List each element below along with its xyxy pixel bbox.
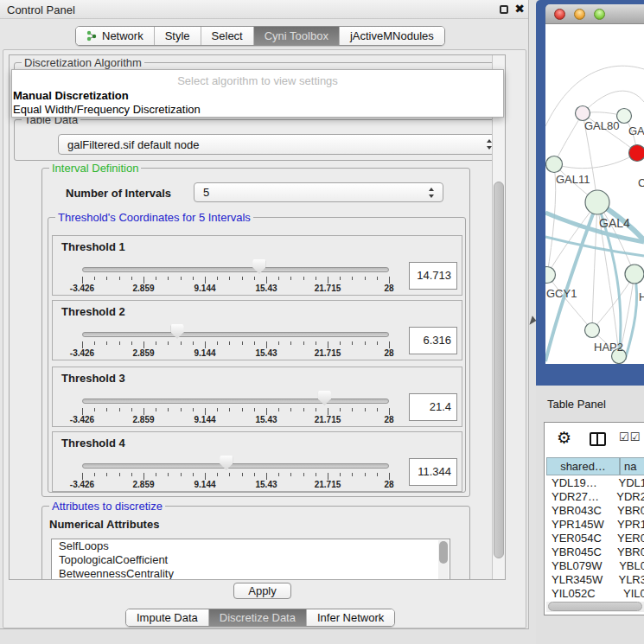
table-cell[interactable]: YPR145W bbox=[546, 518, 614, 532]
table-cell[interactable]: YDL1 bbox=[615, 476, 644, 490]
table-data-combobox[interactable]: galFiltered.sif default node bbox=[58, 134, 501, 155]
threshold-2-slider-track[interactable] bbox=[82, 332, 389, 337]
table-cell[interactable]: YBR0 bbox=[614, 504, 644, 518]
tab-jactivemnodules[interactable]: jActiveMNodules bbox=[340, 27, 444, 45]
attribute-item-0[interactable]: SelfLoops bbox=[52, 539, 450, 553]
node-h[interactable] bbox=[625, 265, 644, 284]
algorithm-dropdown-popup: Select algorithm to view settings Manual… bbox=[11, 69, 504, 118]
threshold-3-label: Threshold 3 bbox=[61, 372, 125, 385]
table-row[interactable]: YBL079WYBL0 bbox=[546, 559, 644, 573]
threshold-1-panel: Threshold 1 -3.4262.8599.14415.4321.7152… bbox=[52, 235, 462, 296]
numerical-attributes-list[interactable]: SelfLoopsTopologicalCoefficientBetweenne… bbox=[51, 539, 450, 580]
threshold-1-scale-labels: -3.4262.8599.14415.4321.71528 bbox=[82, 284, 389, 294]
close-traffic-light[interactable] bbox=[554, 9, 565, 20]
menu-item-equal-width-frequency[interactable]: Equal Width/Frequency Discretization bbox=[13, 103, 201, 116]
tab-cyni-toolbox[interactable]: Cyni Toolbox bbox=[254, 27, 340, 45]
table-cell[interactable]: YIL052C bbox=[546, 587, 620, 600]
threshold-3-panel: Threshold 3 -3.4262.8599.14415.4321.7152… bbox=[52, 367, 462, 427]
table-cell[interactable]: YDR27… bbox=[546, 490, 613, 504]
float-window-icon[interactable] bbox=[500, 5, 508, 14]
node-gcy1[interactable] bbox=[545, 267, 556, 284]
table-cell[interactable]: YLR345W bbox=[546, 573, 615, 587]
table-row[interactable]: YLR345WYLR3 bbox=[546, 573, 644, 587]
table-horizontal-scrollbar[interactable] bbox=[546, 602, 644, 612]
choose-columns-icon[interactable] bbox=[590, 432, 606, 446]
table-cell[interactable]: YBR043C bbox=[546, 504, 614, 518]
number-of-intervals-combobox[interactable]: 5 bbox=[194, 182, 443, 202]
table-cell[interactable]: YBL0 bbox=[615, 559, 644, 573]
zoom-traffic-light[interactable] bbox=[594, 9, 605, 20]
threshold-3-value-field[interactable]: 21.4 bbox=[409, 393, 457, 421]
combo-arrows-icon bbox=[429, 188, 435, 198]
table-cell[interactable]: YER0 bbox=[614, 532, 644, 545]
tab-discretize-data[interactable]: Discretize Data bbox=[209, 609, 307, 626]
table-row[interactable]: YDL19…YDL1 bbox=[546, 476, 644, 490]
table-cell[interactable]: YBR0 bbox=[614, 545, 644, 559]
checkbox-icons[interactable]: ☑☑ bbox=[619, 430, 641, 443]
node-gal80[interactable] bbox=[576, 106, 590, 121]
bottom-tab-bar: Impute Data Discretize Data Infer Networ… bbox=[125, 609, 395, 627]
node-label-gal11: GAL11 bbox=[556, 173, 590, 186]
tab-style[interactable]: Style bbox=[155, 27, 201, 45]
numerical-attributes-label: Numerical Attributes bbox=[49, 518, 159, 531]
node-hap2[interactable] bbox=[585, 323, 600, 338]
threshold-4-scale-labels: -3.4262.8599.14415.4321.71528 bbox=[82, 480, 389, 490]
cyni-toolbox-panel: Discretization Algorithm Table Data galF… bbox=[3, 49, 526, 628]
discretization-algorithm-group-title: Discretization Algorithm bbox=[22, 56, 144, 69]
node-gal4[interactable] bbox=[585, 190, 609, 214]
threshold-3-scale-labels: -3.4262.8599.14415.4321.71528 bbox=[82, 415, 389, 425]
tab-impute-data[interactable]: Impute Data bbox=[126, 609, 209, 626]
table-cell[interactable]: YPR1 bbox=[614, 518, 644, 532]
table-panel-window: ⚙ ☑☑ shared… na YDL19…YDL1YDR27…YDR2YBR0… bbox=[544, 422, 644, 615]
control-panel-window: Control Panel ✖ Network Style Select Cyn… bbox=[0, 0, 529, 629]
control-panel-title: Control Panel bbox=[7, 3, 75, 16]
close-icon[interactable]: ✖ bbox=[514, 2, 525, 16]
threshold-2-scale-labels: -3.4262.8599.14415.4321.71528 bbox=[82, 348, 389, 359]
table-row[interactable]: YIL052CYIL0 bbox=[546, 587, 644, 600]
network-view-window: GAL80GACGAL11GAL4GCY1HHAP2 bbox=[536, 0, 644, 386]
network-canvas[interactable]: GAL80GACGAL11GAL4GCY1HHAP2 bbox=[545, 24, 644, 364]
gear-icon[interactable]: ⚙ bbox=[557, 430, 571, 447]
node-red[interactable] bbox=[629, 145, 644, 162]
table-cell[interactable]: YDL19… bbox=[546, 476, 615, 490]
table-row[interactable]: YBR045CYBR0 bbox=[546, 545, 644, 559]
table-row[interactable]: YER054CYER0 bbox=[546, 532, 644, 545]
table-cell[interactable]: YIL0 bbox=[620, 587, 644, 600]
threshold-1-slider-track[interactable] bbox=[82, 267, 389, 272]
threshold-4-value-field[interactable]: 11.344 bbox=[409, 458, 457, 486]
number-of-intervals-value: 5 bbox=[203, 186, 209, 199]
table-cell[interactable]: YER054C bbox=[546, 532, 614, 545]
node-gal11[interactable] bbox=[546, 156, 563, 173]
attributes-list-scrollbar[interactable] bbox=[438, 540, 449, 580]
attribute-item-1[interactable]: TopologicalCoefficient bbox=[52, 553, 450, 567]
table-cell[interactable]: YLR3 bbox=[615, 573, 644, 587]
threshold-3-slider-track[interactable] bbox=[82, 399, 389, 404]
column-header-shared-name[interactable]: shared… bbox=[546, 457, 620, 475]
number-of-intervals-label: Number of Intervals bbox=[66, 187, 171, 200]
table-row[interactable]: YBR043CYBR0 bbox=[546, 504, 644, 518]
tab-infer-network[interactable]: Infer Network bbox=[307, 609, 394, 626]
threshold-1-value-field[interactable]: 14.713 bbox=[409, 262, 457, 290]
node-label-hap2: HAP2 bbox=[594, 341, 623, 354]
panel-scrollbar-thumb[interactable] bbox=[494, 182, 504, 558]
table-cell[interactable]: YBL079W bbox=[546, 559, 615, 573]
tab-network[interactable]: Network bbox=[76, 27, 155, 45]
table-cell[interactable]: YDR2 bbox=[613, 490, 644, 504]
threshold-4-panel: Threshold 4 -3.4262.8599.14415.4321.7152… bbox=[52, 431, 462, 492]
table-row[interactable]: YPR145WYPR1 bbox=[546, 518, 644, 532]
threshold-2-value-field[interactable]: 6.316 bbox=[409, 327, 457, 354]
table-cell[interactable]: YBR045C bbox=[546, 545, 614, 559]
column-header-name[interactable]: na bbox=[620, 457, 644, 475]
network-icon bbox=[86, 30, 98, 41]
threshold-4-slider-track[interactable] bbox=[82, 463, 389, 469]
attribute-item-2[interactable]: BetweennessCentrality bbox=[52, 567, 450, 580]
table-scrollbar-thumb[interactable] bbox=[548, 602, 642, 611]
table-row[interactable]: YDR27…YDR2 bbox=[546, 490, 644, 504]
apply-button[interactable]: Apply bbox=[233, 583, 291, 599]
panel-vertical-scrollbar[interactable] bbox=[492, 55, 505, 579]
interval-definition-group: Interval Definition Number of Intervals … bbox=[41, 168, 470, 497]
discretize-scrollpane: Discretization Algorithm Table Data galF… bbox=[9, 54, 506, 580]
tab-select[interactable]: Select bbox=[201, 27, 254, 45]
minimize-traffic-light[interactable] bbox=[574, 9, 585, 20]
menu-item-manual-discretization[interactable]: Manual Discretization bbox=[13, 89, 129, 102]
